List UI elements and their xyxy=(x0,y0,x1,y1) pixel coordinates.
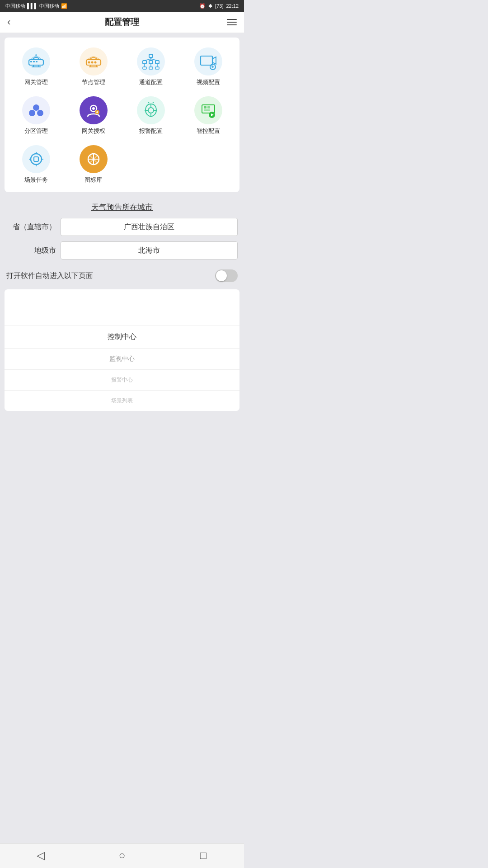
list-empty-space xyxy=(5,289,239,326)
list-item-scene[interactable]: 场景列表 xyxy=(5,391,239,411)
svg-point-10 xyxy=(91,61,93,64)
auth-icon xyxy=(84,100,103,120)
back-button[interactable]: ‹ xyxy=(7,16,21,28)
svg-rect-49 xyxy=(207,106,210,108)
city-input[interactable] xyxy=(61,241,238,259)
icon-item-scene[interactable]: 场景任务 xyxy=(7,142,65,188)
scene-icon xyxy=(26,149,46,169)
zone-icon-bg xyxy=(22,96,50,124)
svg-rect-3 xyxy=(36,61,38,62)
weather-section: 天气预告所在城市 省（直辖市） 地级市 打开软件自动进入以下页面 xyxy=(0,196,244,289)
auth-label: 网关授权 xyxy=(82,127,105,135)
icon-item-smart[interactable]: 智控配置 xyxy=(179,93,237,139)
auto-enter-row: 打开软件自动进入以下页面 xyxy=(5,265,239,289)
bluetooth-icon: ✱ xyxy=(208,3,212,9)
page-select-list: 控制中心 监视中心 报警中心 场景列表 xyxy=(5,289,239,411)
svg-point-38 xyxy=(92,107,95,110)
auth-icon-bg xyxy=(80,96,108,124)
status-right: ⏰ ✱ [73] 22:12 xyxy=(199,3,239,9)
gateway-icon xyxy=(26,52,46,71)
list-item-monitor[interactable]: 监视中心 xyxy=(5,349,239,369)
svg-point-35 xyxy=(29,110,35,116)
province-input[interactable] xyxy=(61,218,238,236)
province-label: 省（直辖市） xyxy=(6,222,61,232)
zone-icon xyxy=(26,100,46,120)
city-row: 地级市 xyxy=(5,241,239,259)
svg-point-4 xyxy=(35,54,37,56)
svg-rect-54 xyxy=(34,157,38,161)
video-icon xyxy=(198,52,218,71)
svg-rect-24 xyxy=(155,67,159,69)
svg-rect-48 xyxy=(204,106,206,108)
iconlib-icon-bg xyxy=(80,145,108,173)
svg-rect-23 xyxy=(149,67,153,69)
auto-enter-toggle[interactable] xyxy=(215,269,238,282)
svg-rect-18 xyxy=(155,61,159,64)
zone-label: 分区管理 xyxy=(24,127,48,135)
smart-icon-bg xyxy=(194,96,222,124)
icon-grid: 网关管理 节点管理 xyxy=(7,44,237,188)
time-label: 22:12 xyxy=(226,3,239,9)
page-title: 配置管理 xyxy=(21,16,223,28)
carrier1-label: 中国移动 xyxy=(5,3,25,9)
iconlib-icon xyxy=(84,149,103,169)
icon-item-video[interactable]: 视频配置 xyxy=(179,44,237,90)
alarm-icon-bg xyxy=(137,96,165,124)
iconlib-label: 图标库 xyxy=(84,176,102,184)
svg-rect-53 xyxy=(31,154,42,165)
carrier-info: 中国移动 ▌▌▌ 中国移动 📶 xyxy=(5,3,67,9)
node-icon-bg xyxy=(80,47,108,75)
svg-rect-15 xyxy=(149,54,153,57)
icon-item-zone[interactable]: 分区管理 xyxy=(7,93,65,139)
battery-label: [73] xyxy=(215,3,223,9)
smart-label: 智控配置 xyxy=(197,127,220,135)
svg-point-42 xyxy=(148,108,154,113)
svg-marker-29 xyxy=(212,57,216,64)
gateway-icon-bg xyxy=(22,47,50,75)
icon-item-iconlib[interactable]: 图标库 xyxy=(65,142,122,188)
province-row: 省（直辖市） xyxy=(5,218,239,236)
channel-icon-bg xyxy=(137,47,165,75)
svg-point-33 xyxy=(212,66,213,68)
alarm-label: 报警配置 xyxy=(139,127,163,135)
icon-item-gateway[interactable]: 网关管理 xyxy=(7,44,65,90)
channel-icon xyxy=(141,52,161,71)
video-icon-bg xyxy=(194,47,222,75)
scene-icon-bg xyxy=(22,145,50,173)
scene-label: 场景任务 xyxy=(24,176,48,184)
icon-item-auth[interactable]: 网关授权 xyxy=(65,93,122,139)
icon-item-alarm[interactable]: 报警配置 xyxy=(122,93,179,139)
svg-rect-22 xyxy=(143,67,146,69)
icon-grid-card: 网关管理 节点管理 xyxy=(5,38,239,192)
wifi-icon: 📶 xyxy=(61,3,67,9)
svg-rect-28 xyxy=(201,56,212,65)
header: ‹ 配置管理 xyxy=(0,12,244,33)
svg-rect-16 xyxy=(143,61,146,64)
list-item-control[interactable]: 控制中心 xyxy=(5,326,239,348)
list-item-alarm[interactable]: 报警中心 xyxy=(5,370,239,390)
status-bar: 中国移动 ▌▌▌ 中国移动 📶 ⏰ ✱ [73] 22:12 xyxy=(0,0,244,12)
svg-point-11 xyxy=(94,61,96,64)
signal-icon: ▌▌▌ xyxy=(27,3,38,9)
svg-rect-1 xyxy=(30,61,32,62)
carrier2-label: 中国移动 xyxy=(39,3,59,9)
channel-label: 通道配置 xyxy=(139,78,163,86)
alarm-icon xyxy=(141,100,161,120)
svg-point-36 xyxy=(37,110,43,116)
svg-rect-2 xyxy=(33,61,35,62)
gateway-label: 网关管理 xyxy=(24,78,48,86)
svg-rect-17 xyxy=(149,61,153,64)
svg-point-9 xyxy=(88,61,90,64)
svg-point-34 xyxy=(33,104,39,111)
weather-title: 天气预告所在城市 xyxy=(5,196,239,218)
alarm-icon: ⏰ xyxy=(199,3,206,9)
menu-button[interactable] xyxy=(223,19,237,25)
icon-item-node[interactable]: 节点管理 xyxy=(65,44,122,90)
svg-rect-50 xyxy=(204,109,210,111)
video-label: 视频配置 xyxy=(197,78,220,86)
smart-icon xyxy=(198,100,218,120)
icon-item-channel[interactable]: 通道配置 xyxy=(122,44,179,90)
city-label: 地级市 xyxy=(6,246,61,255)
node-label: 节点管理 xyxy=(82,78,105,86)
node-icon xyxy=(84,52,103,71)
